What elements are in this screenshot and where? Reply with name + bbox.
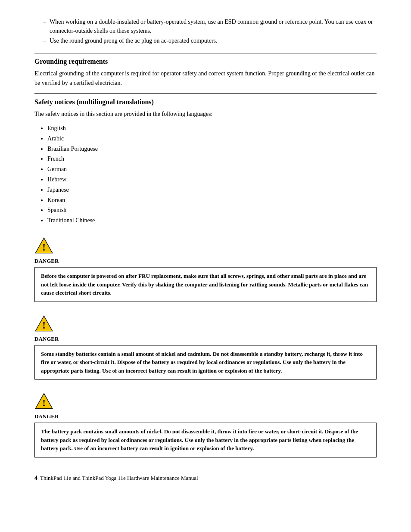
warning-icon-1: ! — [34, 236, 53, 255]
language-list-item: Hebrew — [47, 174, 377, 185]
warning-icon-2: ! — [34, 314, 53, 333]
svg-text:!: ! — [42, 320, 46, 330]
language-list-item: French — [47, 154, 377, 164]
language-list-item: Korean — [47, 195, 377, 205]
divider-1 — [34, 53, 377, 53]
svg-text:!: ! — [42, 398, 46, 408]
language-list-item: Traditional Chinese — [47, 215, 377, 226]
grounding-body: Electrical grounding of the computer is … — [34, 69, 377, 87]
grounding-title: Grounding requirements — [34, 58, 377, 65]
danger-label-1: DANGER — [34, 258, 377, 264]
intro-bullets: – When working on a double-insulated or … — [34, 17, 377, 45]
safety-section: Safety notices (multilingual translation… — [34, 98, 377, 226]
language-list-item: Spanish — [47, 205, 377, 215]
language-list-item: Brazilian Portuguese — [47, 144, 377, 154]
safety-intro: The safety notices in this section are p… — [34, 109, 377, 119]
footer-text: ThinkPad 11e and ThinkPad Yoga 11e Hardw… — [40, 475, 198, 482]
divider-2 — [34, 93, 377, 94]
intro-bullet-1: – When working on a double-insulated or … — [43, 17, 377, 35]
language-list-item: English — [47, 123, 377, 134]
warning-icon-3: ! — [34, 392, 53, 411]
footer-page-number: 4 — [34, 475, 37, 482]
intro-bullet-2: – Use the round ground prong of the ac p… — [43, 36, 377, 45]
grounding-section: Grounding requirements Electrical ground… — [34, 58, 377, 87]
intro-bullet-1-text: When working on a double-insulated or ba… — [50, 17, 377, 35]
danger-box-3: The battery pack contains small amounts … — [34, 423, 377, 457]
footer: 4 ThinkPad 11e and ThinkPad Yoga 11e Har… — [34, 475, 377, 482]
danger-box-1: Before the computer is powered on after … — [34, 267, 377, 302]
language-list-item: Arabic — [47, 134, 377, 144]
danger-label-3: DANGER — [34, 413, 377, 420]
language-list-item: Japanese — [47, 185, 377, 195]
danger-label-2: DANGER — [34, 336, 377, 342]
danger-box-2: Some standby batteries contain a small a… — [34, 345, 377, 380]
language-list: EnglishArabicBrazilian PortugueseFrenchG… — [47, 123, 377, 226]
dash-icon: – — [43, 17, 46, 26]
intro-bullet-2-text: Use the round ground prong of the ac plu… — [50, 36, 218, 45]
svg-text:!: ! — [42, 242, 46, 253]
language-list-item: German — [47, 164, 377, 174]
safety-title: Safety notices (multilingual translation… — [34, 98, 377, 106]
dash-icon-2: – — [43, 36, 46, 45]
